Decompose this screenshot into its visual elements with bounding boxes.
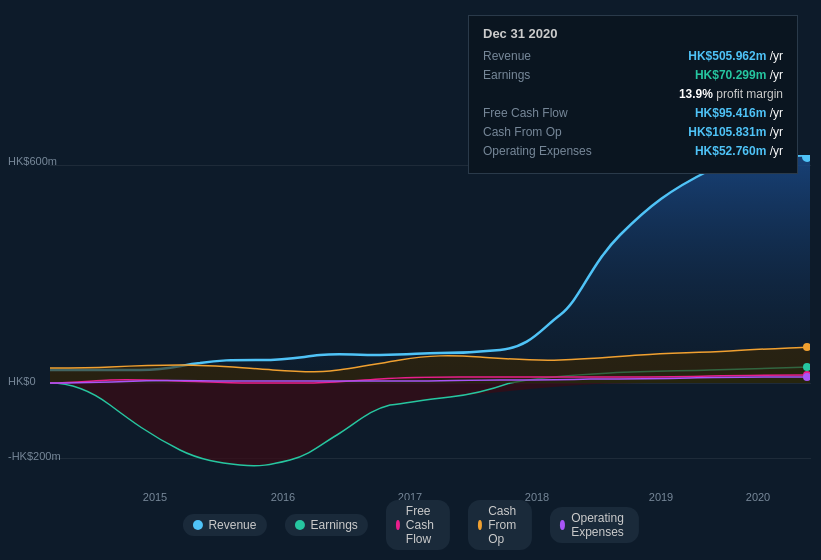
- tooltip-row-margin: 13.9% profit margin: [483, 87, 783, 101]
- chart-svg[interactable]: [50, 155, 810, 490]
- chart-container: Dec 31 2020 Revenue HK$505.962m /yr Earn…: [0, 0, 821, 560]
- x-label-2015: 2015: [143, 491, 167, 503]
- legend-label-earnings: Earnings: [310, 518, 357, 532]
- legend-revenue[interactable]: Revenue: [182, 514, 266, 536]
- tooltip-row-cashfromop: Cash From Op HK$105.831m /yr: [483, 125, 783, 139]
- earnings-neg-area: [50, 383, 810, 466]
- x-label-2019: 2019: [649, 491, 673, 503]
- revenue-value: HK$505.962m: [688, 49, 766, 63]
- x-label-2020: 2020: [746, 491, 770, 503]
- legend-dot-revenue: [192, 520, 202, 530]
- profit-margin: 13.9% profit margin: [679, 87, 783, 101]
- legend-label-cashfromop: Cash From Op: [488, 504, 522, 546]
- fcf-label: Free Cash Flow: [483, 106, 603, 120]
- legend-dot-cashfromop: [478, 520, 482, 530]
- cashfromop-value: HK$105.831m: [688, 125, 766, 139]
- tooltip-row-revenue: Revenue HK$505.962m /yr: [483, 49, 783, 63]
- y-label-0: HK$0: [8, 375, 36, 387]
- legend-label-revenue: Revenue: [208, 518, 256, 532]
- cashfromop-label: Cash From Op: [483, 125, 603, 139]
- legend-label-fcf: Free Cash Flow: [406, 504, 440, 546]
- opex-label: Operating Expenses: [483, 144, 603, 158]
- tooltip-row-earnings: Earnings HK$70.299m /yr: [483, 68, 783, 82]
- legend-fcf[interactable]: Free Cash Flow: [386, 500, 450, 550]
- legend-dot-opex: [560, 520, 565, 530]
- legend: Revenue Earnings Free Cash Flow Cash Fro…: [182, 500, 638, 550]
- tooltip-row-fcf: Free Cash Flow HK$95.416m /yr: [483, 106, 783, 120]
- fcf-value: HK$95.416m: [695, 106, 766, 120]
- earnings-label: Earnings: [483, 68, 603, 82]
- tooltip-box: Dec 31 2020 Revenue HK$505.962m /yr Earn…: [468, 15, 798, 174]
- tooltip-row-opex: Operating Expenses HK$52.760m /yr: [483, 144, 783, 158]
- tooltip-date: Dec 31 2020: [483, 26, 783, 41]
- revenue-area: [50, 155, 810, 383]
- legend-dot-earnings: [294, 520, 304, 530]
- revenue-label: Revenue: [483, 49, 603, 63]
- legend-dot-fcf: [396, 520, 400, 530]
- legend-label-opex: Operating Expenses: [571, 511, 628, 539]
- legend-opex[interactable]: Operating Expenses: [550, 507, 639, 543]
- legend-cashfromop[interactable]: Cash From Op: [468, 500, 532, 550]
- legend-earnings[interactable]: Earnings: [284, 514, 367, 536]
- opex-value: HK$52.760m: [695, 144, 766, 158]
- earnings-value: HK$70.299m: [695, 68, 766, 82]
